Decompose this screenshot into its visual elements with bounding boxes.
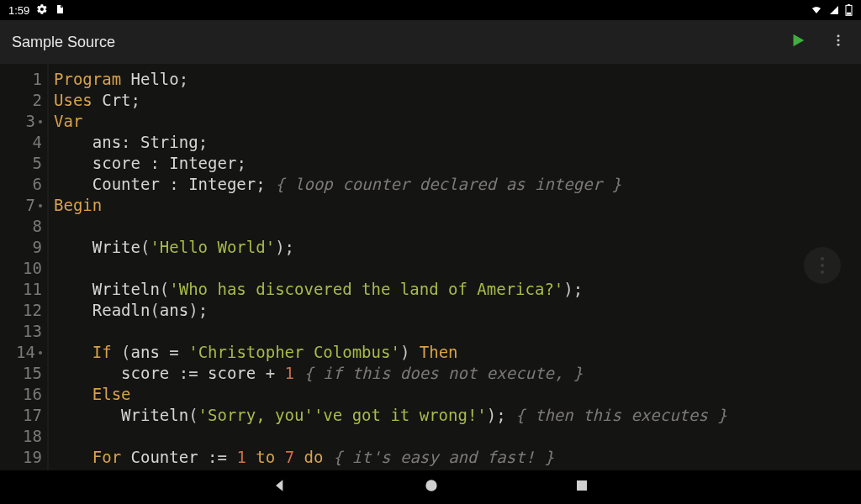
line-number: 2: [0, 90, 42, 111]
code-line[interactable]: ans: String;: [54, 132, 727, 153]
line-number: 4: [0, 132, 42, 153]
signal-icon: [828, 5, 840, 15]
line-number: 7: [0, 195, 42, 216]
navigation-bar: [0, 470, 861, 504]
nav-back-button[interactable]: [272, 477, 288, 497]
code-line[interactable]: [54, 321, 727, 342]
line-number: 16: [0, 384, 42, 405]
document-icon: [55, 3, 65, 18]
wifi-icon: [810, 5, 823, 15]
svg-rect-7: [577, 480, 587, 491]
code-line[interactable]: If (ans = 'Christopher Colombus') Then: [54, 342, 727, 363]
battery-icon: [845, 4, 853, 16]
code-line[interactable]: Counter : Integer; { loop counter declar…: [54, 174, 727, 195]
line-number: 9: [0, 237, 42, 258]
line-number: 12: [0, 300, 42, 321]
overflow-menu-button[interactable]: [831, 31, 846, 53]
code-line[interactable]: [54, 216, 727, 237]
line-number: 1: [0, 69, 42, 90]
code-editor[interactable]: 12345678910111213141516171819 Program He…: [0, 64, 861, 470]
svg-rect-1: [848, 4, 850, 5]
status-time: 1:59: [8, 4, 29, 17]
nav-home-button[interactable]: [423, 477, 440, 497]
code-line[interactable]: score := score + 1 { if this does not ex…: [54, 363, 727, 384]
line-number: 8: [0, 216, 42, 237]
status-right: [810, 4, 853, 16]
app-bar: Sample Source: [0, 20, 861, 64]
line-number: 11: [0, 279, 42, 300]
gear-icon: [36, 3, 48, 18]
svg-point-5: [837, 44, 840, 46]
line-number-gutter: 12345678910111213141516171819: [0, 64, 49, 470]
run-button[interactable]: [789, 31, 807, 53]
line-number: 13: [0, 321, 42, 342]
status-left: 1:59: [8, 3, 65, 18]
app-title: Sample Source: [12, 34, 115, 51]
line-number: 5: [0, 153, 42, 174]
svg-point-6: [425, 480, 436, 491]
nav-recent-button[interactable]: [574, 478, 589, 496]
line-number: 14: [0, 342, 42, 363]
fold-indicator-icon[interactable]: [39, 120, 42, 123]
code-line[interactable]: [54, 426, 727, 447]
line-number: 17: [0, 405, 42, 426]
line-number: 15: [0, 363, 42, 384]
code-line[interactable]: Readln(ans);: [54, 300, 727, 321]
code-line[interactable]: Writeln('Sorry, you''ve got it wrong!');…: [54, 405, 727, 426]
app-actions: [789, 31, 849, 53]
svg-point-3: [837, 34, 840, 37]
line-number: 6: [0, 174, 42, 195]
fold-indicator-icon[interactable]: [39, 351, 42, 354]
svg-point-4: [837, 39, 840, 42]
status-bar: 1:59: [0, 0, 861, 20]
code-line[interactable]: Program Hello;: [54, 69, 727, 90]
code-line[interactable]: Writeln('Who has discovered the land of …: [54, 279, 727, 300]
line-number: 10: [0, 258, 42, 279]
code-line[interactable]: Else: [54, 384, 727, 405]
code-line[interactable]: Begin: [54, 195, 727, 216]
code-line[interactable]: For Counter := 1 to 7 do { it's easy and…: [54, 447, 727, 468]
code-line[interactable]: score : Integer;: [54, 153, 727, 174]
fold-indicator-icon[interactable]: [39, 204, 42, 207]
line-number: 18: [0, 426, 42, 447]
code-line[interactable]: Write('Hello World');: [54, 237, 727, 258]
code-line[interactable]: Var: [54, 111, 727, 132]
line-number: 19: [0, 447, 42, 468]
line-number: 3: [0, 111, 42, 132]
code-line[interactable]: Uses Crt;: [54, 90, 727, 111]
svg-rect-2: [847, 13, 851, 15]
code-content[interactable]: Program Hello;Uses Crt;Var ans: String; …: [49, 64, 727, 470]
editor-fab-button[interactable]: [804, 247, 841, 284]
code-line[interactable]: [54, 258, 727, 279]
